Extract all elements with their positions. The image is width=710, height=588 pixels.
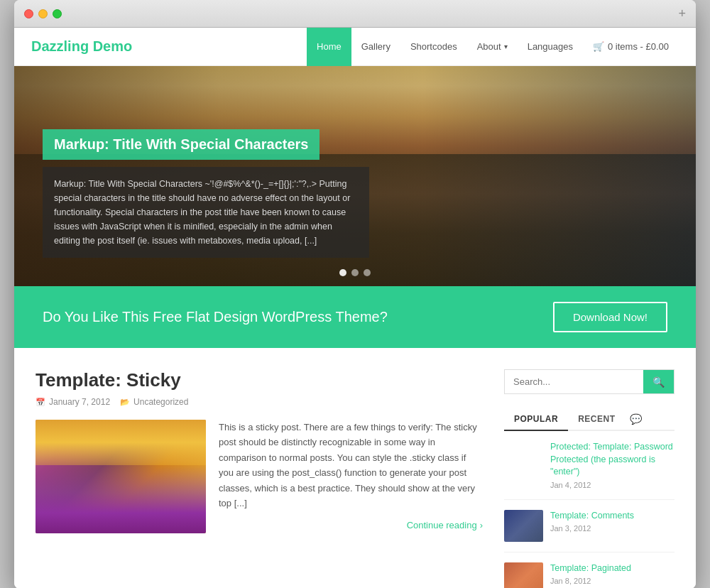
search-button[interactable]: 🔍 — [643, 370, 674, 393]
post-date: January 7, 2012 — [49, 397, 110, 407]
nav-languages[interactable]: Languages — [518, 28, 583, 66]
nav-gallery[interactable]: Gallery — [351, 28, 400, 66]
cart-icon: 🛒 — [593, 41, 604, 52]
website-content: Dazzling Demo Home Gallery Shortcodes Ab… — [14, 28, 696, 588]
download-now-button[interactable]: Download Now! — [553, 302, 667, 332]
chevron-right-icon: › — [480, 520, 483, 530]
post-category-meta: 📂 Uncategorized — [120, 397, 188, 407]
sidebar-thumb-image — [504, 510, 543, 542]
continue-reading-link[interactable]: Continue reading › — [407, 520, 483, 530]
hero-title-box: Markup: Title With Special Characters — [43, 129, 320, 160]
site-nav: Home Gallery Shortcodes About ▾ Language… — [307, 28, 679, 66]
tab-recent[interactable]: RECENT — [568, 408, 625, 430]
slider-dot-2[interactable] — [351, 269, 359, 276]
sidebar-post-info: Protected: Template: Password Protected … — [550, 441, 674, 489]
browser-window: + Dazzling Demo Home Gallery Shortcodes … — [14, 0, 696, 588]
sidebar-post-info: Template: Paginated Jan 8, 2012 — [550, 562, 674, 589]
cart-label: 0 items - £0.00 — [608, 41, 669, 52]
minimize-button[interactable] — [38, 9, 48, 18]
cta-banner: Do You Like This Free Flat Design WordPr… — [14, 286, 696, 348]
nav-cart[interactable]: 🛒 0 items - £0.00 — [583, 28, 679, 66]
hero-slider: Markup: Title With Special Characters Ma… — [14, 66, 696, 286]
about-dropdown-icon: ▾ — [504, 43, 508, 50]
sidebar-thumb — [504, 510, 543, 542]
nav-home[interactable]: Home — [307, 28, 351, 66]
hero-text-box: Markup: Title With Special Characters ~'… — [43, 167, 369, 258]
slider-dot-1[interactable] — [339, 269, 346, 276]
hero-content: Markup: Title With Special Characters Ma… — [43, 129, 369, 258]
slider-dots — [339, 269, 371, 276]
main-content: Template: Sticky 📅 January 7, 2012 📂 Unc… — [14, 348, 696, 588]
calendar-icon: 📅 — [36, 398, 45, 407]
post-thumbnail — [36, 420, 206, 533]
comments-tab-icon[interactable]: 💬 — [630, 413, 642, 425]
sidebar-post-date: Jan 4, 2012 — [550, 481, 674, 489]
sidebar-thumb-image — [504, 441, 543, 473]
sidebar-thumb — [504, 441, 543, 473]
nav-about[interactable]: About ▾ — [467, 28, 518, 66]
site-logo[interactable]: Dazzling Demo — [31, 38, 307, 55]
posts-area: Template: Sticky 📅 January 7, 2012 📂 Unc… — [36, 369, 483, 588]
tab-popular[interactable]: POPULAR — [504, 408, 568, 431]
post-thumb-image — [36, 420, 206, 533]
search-box: 🔍 — [504, 369, 674, 394]
sidebar-post-date: Jan 3, 2012 — [550, 524, 674, 533]
cta-text: Do You Like This Free Flat Design WordPr… — [43, 309, 388, 325]
post-text-area: This is a sticky post. There are a few t… — [219, 420, 483, 533]
post-body: This is a sticky post. There are a few t… — [36, 420, 483, 533]
sidebar-post-title[interactable]: Template: Paginated — [550, 562, 674, 575]
sidebar-post-item: Protected: Template: Password Protected … — [504, 441, 674, 500]
site-header: Dazzling Demo Home Gallery Shortcodes Ab… — [14, 28, 696, 66]
sidebar-post-title[interactable]: Template: Comments — [550, 510, 674, 523]
hero-text: Markup: Title With Special Characters ~'… — [54, 177, 358, 248]
sidebar-post-item: Template: Paginated Jan 8, 2012 — [504, 562, 674, 589]
new-tab-icon[interactable]: + — [678, 7, 686, 20]
sidebar-posts-list: Protected: Template: Password Protected … — [504, 441, 674, 588]
sidebar: 🔍 POPULAR RECENT 💬 Protected: Template: … — [504, 369, 674, 588]
sidebar-tabs: POPULAR RECENT 💬 — [504, 408, 674, 431]
sidebar-thumb-image — [504, 562, 543, 589]
post-excerpt: This is a sticky post. There are a few t… — [219, 420, 483, 511]
sidebar-post-title[interactable]: Protected: Template: Password Protected … — [550, 441, 674, 479]
nav-shortcodes[interactable]: Shortcodes — [400, 28, 467, 66]
post-title: Template: Sticky — [36, 369, 483, 391]
continue-reading-area: Continue reading › — [219, 520, 483, 530]
hero-title: Markup: Title With Special Characters — [54, 136, 308, 153]
post-category[interactable]: Uncategorized — [133, 397, 188, 407]
continue-reading-label: Continue reading — [407, 520, 477, 530]
post-date-meta: 📅 January 7, 2012 — [36, 397, 110, 407]
close-button[interactable] — [24, 9, 33, 18]
slider-dot-3[interactable] — [364, 269, 371, 276]
sidebar-post-date: Jan 8, 2012 — [550, 577, 674, 585]
search-input[interactable] — [505, 370, 643, 393]
sidebar-post-info: Template: Comments Jan 3, 2012 — [550, 510, 674, 542]
sidebar-post-item: Template: Comments Jan 3, 2012 — [504, 510, 674, 552]
folder-icon: 📂 — [120, 398, 130, 407]
maximize-button[interactable] — [53, 9, 62, 18]
browser-titlebar: + — [14, 0, 696, 28]
traffic-lights — [24, 9, 62, 18]
post-article: Template: Sticky 📅 January 7, 2012 📂 Unc… — [36, 369, 483, 533]
post-meta: 📅 January 7, 2012 📂 Uncategorized — [36, 397, 483, 407]
sidebar-thumb — [504, 562, 543, 589]
